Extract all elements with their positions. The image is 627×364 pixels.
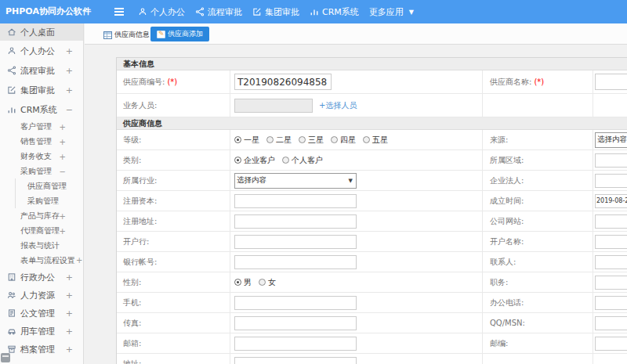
sidebar-item-2[interactable]: 流程审批+ <box>0 60 83 80</box>
sidebar-item-9[interactable]: 供应商管理 <box>0 178 83 193</box>
corner-widget-icon[interactable] <box>1 353 10 362</box>
level-radio-group: 一星二星三星四星五星 <box>234 135 395 146</box>
fax-input[interactable] <box>234 316 357 330</box>
gender-radio-1[interactable]: 女 <box>259 277 276 288</box>
sidebar-item-label: 采购管理 <box>27 196 59 207</box>
building-icon <box>7 272 16 282</box>
bank-branch-input[interactable] <box>234 235 357 249</box>
gender-radio-group: 男女 <box>234 277 283 288</box>
level-radio-1[interactable]: 二星 <box>266 135 292 146</box>
level-radio-3[interactable]: 四星 <box>331 135 356 146</box>
sidebar-item-8[interactable]: 采购管理− <box>0 164 83 178</box>
expand-icon: + <box>66 85 73 95</box>
sidebar-item-5[interactable]: 客户管理+ <box>0 119 83 134</box>
address-input[interactable] <box>234 357 357 364</box>
hamburger-menu-icon[interactable] <box>114 8 124 16</box>
supplier-code-input[interactable] <box>234 74 332 90</box>
sidebar-item-17[interactable]: 公文管理+ <box>0 304 83 322</box>
sidebar-item-14[interactable]: 表单与流程设置+ <box>0 253 83 268</box>
sidebar-item-0[interactable]: 个人桌面 <box>0 23 83 41</box>
bar-chart-icon <box>7 105 16 114</box>
office-phone-input[interactable] <box>595 296 627 310</box>
sidebar-item-6[interactable]: 销售管理+ <box>0 134 83 149</box>
account-name-input[interactable] <box>595 235 627 249</box>
bar-chart-icon <box>310 7 319 16</box>
qq-msn-input[interactable] <box>595 316 627 330</box>
nav-item-2[interactable]: 集团审批 <box>252 6 299 18</box>
form-row: 注册资本:成立时间: <box>117 191 627 211</box>
sidebar-item-11[interactable]: 产品与库存+ <box>0 208 83 223</box>
radio-unselected-icon <box>299 136 306 143</box>
office-phone-label: 办公电话: <box>490 297 524 308</box>
legal-person-input[interactable] <box>595 174 627 188</box>
form-field-cell <box>593 272 627 292</box>
archive-icon <box>7 344 16 354</box>
nav-menu: 个人办公流程审批集团审批CRM系统更多应用▼ <box>138 0 424 23</box>
level-radio-4[interactable]: 五星 <box>363 135 388 146</box>
sidebar-item-18[interactable]: 用车管理+ <box>0 322 83 340</box>
industry-select[interactable]: 选择内容▼ <box>234 173 357 189</box>
postcode-input[interactable] <box>595 337 627 351</box>
sidebar-item-15[interactable]: 行政办公+ <box>0 268 83 286</box>
sidebar-item-4[interactable]: CRM系统− <box>0 99 83 119</box>
registered-capital-input[interactable] <box>234 194 357 208</box>
sidebar-item-10[interactable]: 采购管理 <box>0 193 83 208</box>
category-radio-0[interactable]: 企业客户 <box>234 155 275 166</box>
form-field-cell <box>230 232 482 251</box>
sidebar-item-13[interactable]: 报表与统计 <box>0 238 83 253</box>
nav-item-1[interactable]: 流程审批 <box>195 6 242 18</box>
bank-branch-label: 开户行: <box>123 236 149 247</box>
edit-square-icon <box>7 85 16 95</box>
address-label: 地址: <box>123 359 141 364</box>
source-select[interactable]: 选择内容▼ <box>595 132 627 148</box>
email-input[interactable] <box>234 337 357 351</box>
sidebar-item-12[interactable]: 代理商管理+ <box>0 223 83 238</box>
sidebar-item-label: 人力资源 <box>20 289 55 301</box>
form-field-cell: 男女 <box>230 272 482 292</box>
account-name-label: 开户名称: <box>490 236 524 247</box>
mobile-label: 手机: <box>123 297 141 308</box>
form-label-cell: 联系人: <box>482 252 593 272</box>
bank-account-input[interactable] <box>234 255 357 269</box>
contact-person-input[interactable] <box>595 255 627 269</box>
expand-icon: + <box>60 211 66 220</box>
sidebar-item-label: 档案管理 <box>20 343 55 355</box>
supplier-code-label: 供应商编号: <box>123 77 165 88</box>
category-radio-1[interactable]: 个人客户 <box>282 155 323 166</box>
level-radio-2[interactable]: 三星 <box>299 135 324 146</box>
sidebar-item-1[interactable]: 个人办公+ <box>0 41 83 60</box>
registered-address-input[interactable] <box>234 214 357 229</box>
nav-item-label: 集团审批 <box>265 6 299 18</box>
gender-radio-0[interactable]: 男 <box>234 277 252 288</box>
required-mark: (*) <box>534 77 544 86</box>
supplier-name-input[interactable] <box>595 74 627 90</box>
form-label-cell: 所属行业: <box>117 171 230 190</box>
sales-person-input[interactable] <box>234 99 313 113</box>
nav-item-0[interactable]: 个人办公 <box>138 6 185 18</box>
form-label-cell: QQ/MSN: <box>482 313 593 333</box>
tab-inactive[interactable]: 供应商信息 <box>103 30 150 40</box>
contact-person-label: 联系人: <box>490 257 516 268</box>
sidebar-item-3[interactable]: 集团审批+ <box>0 80 83 99</box>
job-title-input[interactable] <box>595 276 627 290</box>
established-date-input[interactable] <box>595 194 627 208</box>
sidebar-item-19[interactable]: 档案管理+ <box>0 340 83 358</box>
choose-person-link[interactable]: +选择人员 <box>319 100 357 111</box>
sidebar-item-7[interactable]: 财务收支+ <box>0 149 83 164</box>
nav-item-3[interactable]: CRM系统 <box>310 6 359 18</box>
nav-item-4[interactable]: 更多应用▼ <box>369 6 414 18</box>
level-radio-0[interactable]: 一星 <box>234 135 259 146</box>
tab-active[interactable]: 供应商添加 <box>150 27 209 41</box>
sidebar-item-16[interactable]: 人力资源+ <box>0 286 83 304</box>
form-label-cell: 邮编: <box>482 333 593 353</box>
company-website-input[interactable] <box>595 214 627 229</box>
radio-selected-icon <box>234 157 241 164</box>
mobile-input[interactable] <box>234 296 357 310</box>
radio-unselected-icon <box>331 136 338 143</box>
form-row: 性别:男女职务: <box>117 272 627 293</box>
form-label-cell: 业务人员: <box>117 94 230 117</box>
section-header: 基本信息 <box>117 58 627 70</box>
region-input[interactable] <box>595 153 627 168</box>
form-field-cell <box>593 252 627 272</box>
expand-icon: + <box>66 65 73 75</box>
